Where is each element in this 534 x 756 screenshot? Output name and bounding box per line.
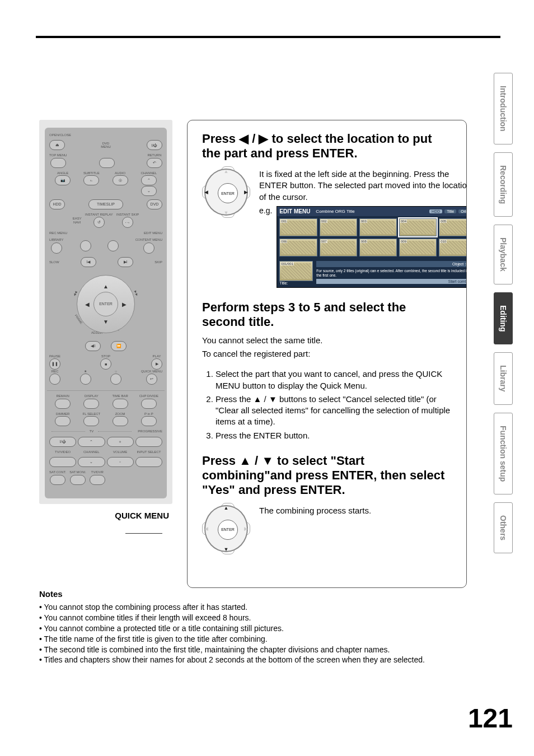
power-button: I/⏻ <box>147 140 162 150</box>
page-number: 121 <box>468 703 513 734</box>
dpad-up-down-icon: ENTER ▲▼◀▶ <box>202 503 250 554</box>
quick-menu-callout: QUICK MENU <box>39 511 169 520</box>
step7-body: The combining process starts. <box>259 505 452 516</box>
step6-p1: You cannot select the same title. <box>202 335 452 346</box>
step6-list: Select the part that you want to cancel,… <box>202 368 452 441</box>
tab-recording[interactable]: Recording <box>494 152 513 217</box>
step6-heading: Perform steps 3 to 5 and select the seco… <box>202 300 452 329</box>
tab-library[interactable]: Library <box>494 352 513 404</box>
step6-p2: To cancel the registered part: <box>202 348 452 360</box>
eg-label: e.g. <box>259 206 272 215</box>
tab-editing[interactable]: Editing <box>494 292 513 344</box>
step5-body: It is fixed at the left side at the begi… <box>259 169 467 203</box>
remote-illustration: OPEN/CLOSE ⏏ DVD MENU I/⏻ TOP MENU RETUR… <box>39 120 172 504</box>
notes-heading: Notes <box>39 589 467 599</box>
tab-others[interactable]: Others <box>494 502 513 553</box>
tab-playback[interactable]: Playback <box>494 225 513 284</box>
quick-menu-button: ↩ <box>146 374 157 385</box>
section-tabs: Introduction Recording Playback Editing … <box>494 73 513 553</box>
tab-introduction[interactable]: Introduction <box>494 73 513 144</box>
callout-leader <box>125 533 162 534</box>
eject-button: ⏏ <box>49 140 65 150</box>
dpad-left-right-icon: ENTER ▲▼◀▶ <box>202 166 250 218</box>
step7-heading: Press ▲ / ▼ to select "Start combining"a… <box>202 454 452 497</box>
tab-function-setup[interactable]: Function setup <box>494 413 513 494</box>
notes-list: You cannot stop the combining process af… <box>39 602 467 665</box>
combine-menu-preview: EDIT MENU Combine ORG Title HDD Title Or… <box>277 206 467 288</box>
dpad-enter: ◀◀ ▶▶ FRAME PICTURE/SEARCH ADJUST ▲▼ ◀▶ … <box>72 270 139 338</box>
step5-heading: Press ◀ / ▶ to select the location to pu… <box>202 132 452 161</box>
